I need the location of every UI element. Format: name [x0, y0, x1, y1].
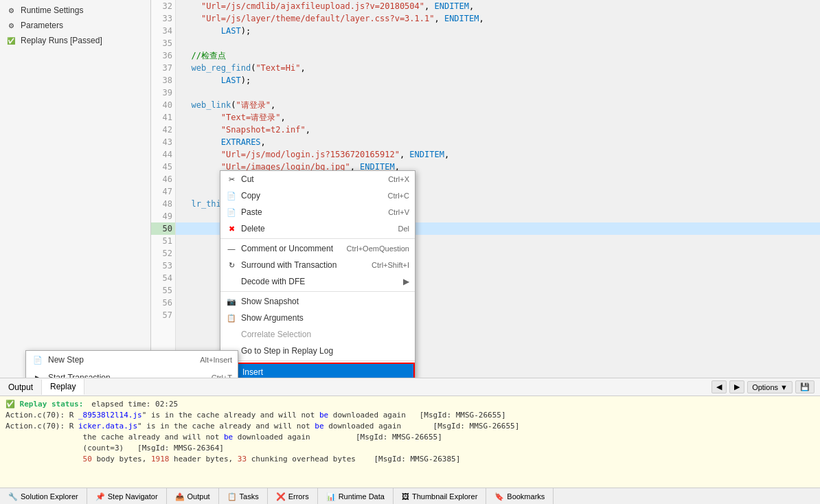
line-38: 38: [151, 74, 175, 87]
code-line-43: EXTRARES,: [176, 136, 820, 148]
correlate-icon: [226, 329, 237, 340]
cut-icon: ✂: [226, 174, 237, 185]
gear-icon: ⚙: [5, 5, 16, 16]
menu-comment-label: Comment or Uncomment: [241, 244, 333, 253]
status-tab-output[interactable]: 📤 Output: [167, 488, 219, 505]
status-tab-step-navigator[interactable]: 📌 Step Navigator: [87, 488, 167, 505]
status-tab-thumbnail-explorer[interactable]: 🖼 Thumbnail Explorer: [394, 488, 486, 505]
menu-cut-shortcut: Ctrl+X: [388, 175, 409, 183]
sidebar-item-label: Replay Runs [Passed]: [21, 36, 102, 45]
solution-explorer-label: Solution Explorer: [21, 488, 78, 505]
code-line-37: web_reg_find("Text=Hi",: [176, 62, 820, 74]
menu-decode[interactable]: Decode with DFE ▶: [220, 273, 415, 290]
save-btn[interactable]: 💾: [795, 380, 815, 393]
menu-cut[interactable]: ✂ Cut Ctrl+X: [220, 171, 415, 187]
menu-sep-2: [220, 291, 415, 292]
line-51: 51: [151, 235, 175, 247]
code-line-38: LAST);: [176, 74, 820, 87]
replay-status-check: ✅ Replay status:: [5, 399, 83, 410]
status-tab-runtime-data[interactable]: 📊 Runtime Data: [318, 488, 394, 505]
menu-correlate[interactable]: Correlate Selection: [220, 326, 415, 343]
status-bar: 🔧 Solution Explorer 📌 Step Navigator 📤 O…: [0, 488, 820, 504]
lm-new-step[interactable]: 📄 New Step Alt+Insert: [26, 351, 238, 369]
menu-goto-replay[interactable]: Go to Step in Replay Log: [220, 343, 415, 359]
errors-label: Errors: [288, 488, 309, 505]
snapshot-icon: 📷: [226, 296, 237, 307]
menu-copy-label: Copy: [241, 191, 260, 201]
menu-sep-1: [220, 238, 415, 239]
line-40: 40: [151, 99, 175, 111]
lm-start-transaction-shortcut: Ctrl+T: [212, 374, 232, 378]
line-50: 50: [151, 222, 175, 235]
line-57: 57: [151, 309, 175, 321]
nav-back-btn[interactable]: ◀: [711, 380, 727, 393]
thumbnail-explorer-label: Thumbnail Explorer: [412, 488, 477, 505]
arrow-icon: ▶: [403, 277, 409, 286]
code-line-39: [176, 87, 820, 99]
code-line-41: "Text=请登录",: [176, 111, 820, 124]
tab-output[interactable]: Output: [0, 380, 42, 395]
status-tab-bookmarks[interactable]: 🔖 Bookmarks: [486, 488, 554, 505]
comment-icon: —: [226, 243, 237, 254]
tasks-icon: 📋: [227, 488, 237, 505]
menu-copy[interactable]: 📄 Copy Ctrl+C: [220, 187, 415, 204]
menu-decode-label: Decode with DFE: [241, 277, 305, 286]
menu-correlate-label: Correlate Selection: [241, 330, 311, 339]
line-45: 45: [151, 161, 175, 173]
tab-output-label: Output: [8, 382, 33, 392]
options-label: Options: [752, 383, 778, 391]
sidebar-item-parameters[interactable]: ⚙ Parameters: [0, 18, 150, 33]
lm-new-step-label: New Step: [48, 355, 84, 365]
line-47: 47: [151, 185, 175, 198]
insert-submenu: 📄 New Step Alt+Insert ▶ Start Transactio…: [25, 350, 238, 378]
line-52: 52: [151, 247, 175, 260]
output-line-3: the cache already and will not be downlo…: [5, 432, 815, 443]
output-tab-bar: Output Replay ◀ ▶ Options ▼ 💾: [0, 378, 820, 396]
output-line-5: 50 body bytes, 1918 header bytes, 33 chu…: [5, 454, 815, 465]
sidebar-item-replay-runs[interactable]: ✅ Replay Runs [Passed]: [0, 33, 150, 48]
output-line-4: (count=3) [MsgId: MMSG-26364]: [5, 443, 815, 454]
menu-insert[interactable]: ➕ Insert: [220, 363, 415, 378]
menu-surround-shortcut: Ctrl+Shift+I: [372, 261, 409, 269]
menu-surround[interactable]: ↻ Surround with Transaction Ctrl+Shift+I: [220, 257, 415, 273]
line-41: 41: [151, 111, 175, 124]
code-line-44: "Url=/js/mod/login.js?1536720165912", EN…: [176, 148, 820, 161]
line-42: 42: [151, 124, 175, 136]
sidebar-item-runtime-settings[interactable]: ⚙ Runtime Settings: [0, 3, 150, 18]
code-line-36: //检查点: [176, 49, 820, 62]
menu-comment[interactable]: — Comment or Uncomment Ctrl+OemQuestion: [220, 240, 415, 257]
line-53: 53: [151, 260, 175, 272]
status-tab-solution-explorer[interactable]: 🔧 Solution Explorer: [0, 488, 87, 505]
show-args-icon: 📋: [226, 312, 237, 323]
lm-start-transaction[interactable]: ▶ Start Transaction Ctrl+T: [26, 369, 238, 378]
sidebar-item-label: Runtime Settings: [21, 5, 83, 15]
menu-show-arguments[interactable]: 📋 Show Arguments: [220, 310, 415, 326]
code-line-32: "Url=/js/cmdlib/ajaxfileupload.js?v=2018…: [176, 0, 820, 12]
line-46: 46: [151, 173, 175, 185]
line-44: 44: [151, 148, 175, 161]
check-icon: ✅: [5, 35, 16, 46]
status-tab-errors[interactable]: ❌ Errors: [268, 488, 318, 505]
options-btn[interactable]: Options ▼: [747, 381, 793, 393]
menu-copy-shortcut: Ctrl+C: [388, 192, 409, 200]
paste-icon: 📄: [226, 207, 237, 218]
menu-show-snapshot[interactable]: 📷 Show Snapshot: [220, 293, 415, 310]
code-line-35: [176, 37, 820, 49]
tasks-label: Tasks: [240, 488, 259, 505]
runtime-data-label: Runtime Data: [339, 488, 385, 505]
bookmarks-icon: 🔖: [494, 488, 504, 505]
menu-paste[interactable]: 📄 Paste Ctrl+V: [220, 204, 415, 220]
errors-icon: ❌: [276, 488, 286, 505]
tab-replay[interactable]: Replay: [42, 379, 84, 395]
output-line-status: ✅ Replay status: elapsed time: 02:25: [5, 399, 815, 410]
lm-start-transaction-label: Start Transaction: [48, 373, 111, 378]
menu-paste-shortcut: Ctrl+V: [388, 208, 409, 216]
code-line-40: web_link("请登录",: [176, 99, 820, 111]
menu-show-snapshot-label: Show Snapshot: [241, 297, 299, 306]
bookmarks-label: Bookmarks: [507, 488, 545, 505]
nav-forward-btn[interactable]: ▶: [729, 380, 744, 393]
status-tab-tasks[interactable]: 📋 Tasks: [219, 488, 268, 505]
step-navigator-label: Step Navigator: [108, 488, 158, 505]
menu-delete[interactable]: ✖ Delete Del: [220, 220, 415, 237]
code-line-42: "Snapshot=t2.inf",: [176, 124, 820, 136]
